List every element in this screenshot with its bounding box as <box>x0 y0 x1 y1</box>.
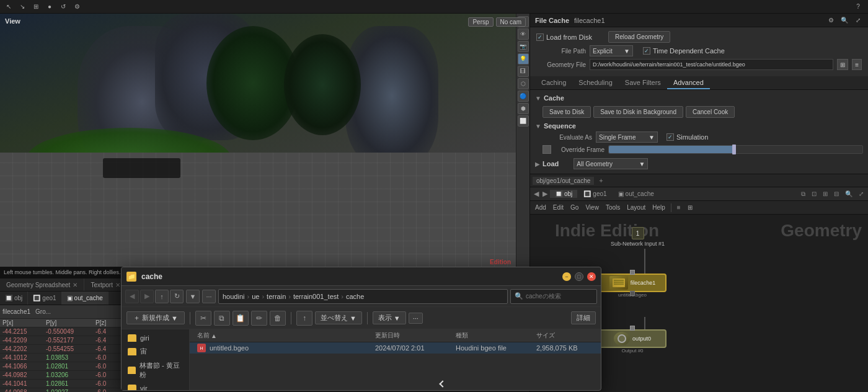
evaluate-as-select[interactable]: Single Frame ▼ <box>596 131 658 143</box>
menu-go[interactable]: Go <box>568 203 581 212</box>
add-tab-btn[interactable]: + <box>596 177 605 184</box>
details-btn[interactable]: 詳細 <box>571 311 596 324</box>
filecache-bottom-connector[interactable] <box>630 291 635 296</box>
tab-save-filters[interactable]: Save Filters <box>619 76 667 89</box>
time-dependent-checkbox[interactable] <box>643 47 650 55</box>
align-icon[interactable]: ≡ <box>675 203 683 212</box>
copy-btn[interactable]: ⧉ <box>214 311 230 326</box>
load-section-header[interactable]: ▶ Load All Geometry ▼ <box>535 156 863 171</box>
crumb-houdini[interactable]: houdini <box>223 293 244 300</box>
vs-view-icon[interactable]: 👁 <box>518 29 529 40</box>
net-zoom-icon[interactable]: 🔍 <box>843 190 854 198</box>
net-icon1[interactable]: ⧉ <box>799 190 807 198</box>
vs-vr-icon[interactable]: ⬢ <box>518 103 529 114</box>
settings-icon[interactable]: ⚙ <box>72 2 82 12</box>
viewport[interactable]: View Persp No cam <box>0 14 529 278</box>
sub-tab-out-cache[interactable]: ▣ out_cache <box>62 292 108 305</box>
load-type-select[interactable]: All Geometry ▼ <box>574 158 648 169</box>
net-tab-out-cache[interactable]: ▣ out_cache <box>613 190 659 198</box>
cache-section-header[interactable]: ▼ Cache <box>535 92 863 104</box>
filecache-top-connector[interactable] <box>630 270 635 275</box>
geo-file-extra-btn[interactable]: ≡ <box>852 59 862 70</box>
grid-icon[interactable]: ⊞ <box>31 2 41 12</box>
cut-btn[interactable]: ✂ <box>195 311 211 326</box>
net-tab-obj[interactable]: 🔲 obj <box>550 190 577 198</box>
geo-file-browse-btn[interactable]: ⊞ <box>837 59 848 70</box>
crumb-ue[interactable]: ue <box>252 293 259 300</box>
menu-tools[interactable]: Tools <box>603 203 622 212</box>
dropdown-btn[interactable]: ▼ <box>186 290 200 303</box>
vs-cam-icon[interactable]: 📷 <box>518 41 529 52</box>
move-up-btn[interactable]: ↑ <box>296 311 312 326</box>
menu-layout[interactable]: Layout <box>624 203 648 212</box>
simulation-check[interactable]: Simulation <box>666 133 708 141</box>
col-date[interactable]: 更新日時 <box>373 331 453 341</box>
vs-render-icon[interactable]: 🎞 <box>518 66 529 77</box>
net-back-btn[interactable]: ◀ <box>533 190 540 198</box>
more-options-btn[interactable]: ··· <box>409 313 423 324</box>
col-name[interactable]: 名前 ▲ <box>195 331 373 341</box>
menu-help[interactable]: Help <box>650 203 668 212</box>
record-icon[interactable]: ● <box>45 2 55 12</box>
tab-textport1-close[interactable]: ✕ <box>115 282 120 288</box>
file-row-untitled[interactable]: H untitled.bgeo 2024/07/02 2:01 Houdini … <box>190 342 601 354</box>
up-btn[interactable]: ↑ <box>155 290 169 303</box>
net-icon4[interactable]: ⊟ <box>832 190 841 198</box>
save-to-disk-btn[interactable]: Save to Disk <box>542 106 591 118</box>
fc-gear-icon[interactable]: ⚙ <box>826 16 836 25</box>
tab-spreadsheet[interactable]: Geometry Spreadsheet ✕ <box>0 278 84 291</box>
tab-spreadsheet-close[interactable]: ✕ <box>73 282 78 288</box>
net-fwd-btn[interactable]: ▶ <box>541 190 549 198</box>
paste-btn[interactable]: 📋 <box>232 311 249 326</box>
sub-tab-geo1[interactable]: 🔳 geo1 <box>28 292 61 305</box>
crumb-cache[interactable]: cache <box>346 293 364 300</box>
cancel-cook-btn[interactable]: Cancel Cook <box>686 106 735 118</box>
net-fit-icon[interactable]: ⤢ <box>857 190 866 198</box>
col-type[interactable]: 種類 <box>453 331 534 341</box>
geo-file-input[interactable]: D:/work/houdini/ue/terrain/terrain001_te… <box>590 59 833 70</box>
sequence-section-header[interactable]: ▼ Sequence <box>535 120 863 131</box>
vs-geo-icon[interactable]: ⬡ <box>518 78 529 89</box>
nocam-button[interactable]: No cam <box>496 17 526 27</box>
node-output0[interactable]: output0 Output #0 <box>598 329 666 354</box>
search-box[interactable]: 🔍 cacheの検索 <box>510 289 597 304</box>
new-btn[interactable]: ＋ 新規作成 ▼ <box>126 311 185 324</box>
net-icon2[interactable]: ⊡ <box>810 190 818 198</box>
delete-btn[interactable]: 🗑 <box>270 311 286 326</box>
maximize-btn[interactable]: □ <box>575 272 583 281</box>
help-icon[interactable]: ? <box>853 2 863 12</box>
net-tab-geo1[interactable]: 🔳 geo1 <box>578 190 611 198</box>
col-size[interactable]: サイズ <box>534 331 596 341</box>
close-btn[interactable]: ✕ <box>587 272 596 281</box>
sidebar-item-rinshosen[interactable]: 林書節 - 黄豆粉 <box>122 359 189 382</box>
output-top-connector[interactable] <box>630 326 635 331</box>
sort-btn[interactable]: 並べ替え ▼ <box>315 311 362 324</box>
network-path[interactable]: obj/geo1/out_cache <box>533 177 594 185</box>
load-from-disk-checkbox[interactable] <box>536 33 544 41</box>
menu-view[interactable]: View <box>583 203 601 212</box>
time-dep-check[interactable]: Time Dependent Cache <box>643 47 725 55</box>
node-filecache1[interactable]: filecache1 untitled.bgeo <box>598 274 666 298</box>
simulation-checkbox[interactable] <box>666 133 674 141</box>
node-subinput[interactable]: 1 Sub-Network Input #1 <box>611 227 665 247</box>
sidebar-item-chu[interactable]: 宙 <box>122 344 189 359</box>
crumb-terrain[interactable]: terrain <box>267 293 286 300</box>
tab-advanced[interactable]: Advanced <box>667 76 710 89</box>
sub-tab-obj[interactable]: 🔲 obj <box>0 292 28 305</box>
forward-btn[interactable]: ▶ <box>140 290 154 303</box>
crumb-terrain001-test[interactable]: terrain001_test <box>293 293 339 300</box>
load-from-disk-check[interactable]: Load from Disk <box>536 33 592 41</box>
vs-misc-icon[interactable]: ⬜ <box>518 115 529 127</box>
reload-geometry-btn[interactable]: Reload Geometry <box>608 31 670 43</box>
more-btn[interactable]: ··· <box>202 290 216 303</box>
persp-button[interactable]: Persp <box>468 17 493 27</box>
vs-light-icon[interactable]: 💡 <box>518 53 529 65</box>
rename-btn[interactable]: ✏ <box>251 311 267 326</box>
menu-edit[interactable]: Edit <box>551 203 566 212</box>
tab-scheduling[interactable]: Scheduling <box>572 76 618 89</box>
net-icon3[interactable]: ⊞ <box>821 190 830 198</box>
back-btn[interactable]: ◀ <box>125 290 139 303</box>
view-btn[interactable]: 表示 ▼ <box>373 311 406 324</box>
grid-icon2[interactable]: ⊞ <box>685 203 695 212</box>
undo-icon[interactable]: ↺ <box>58 2 68 12</box>
